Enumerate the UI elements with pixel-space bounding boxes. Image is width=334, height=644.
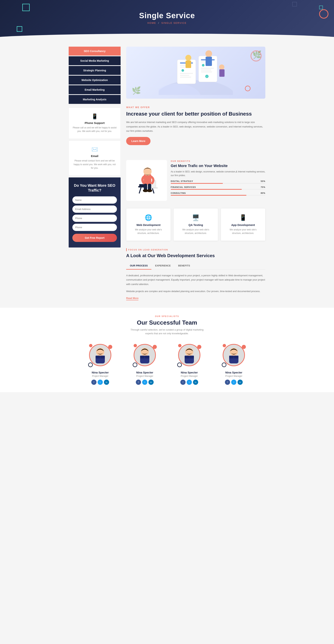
- team-facebook-0[interactable]: f: [91, 380, 97, 385]
- service-name-2: App Development: [225, 223, 261, 226]
- svg-rect-52: [234, 356, 238, 358]
- header-deco-square-1: [22, 4, 30, 11]
- progress-value-2: 80%: [261, 192, 265, 194]
- svg-point-6: [181, 69, 184, 72]
- team-avatar-wrapper-0: [88, 344, 112, 368]
- team-socials-3: f t in: [213, 380, 254, 385]
- team-twitter-3[interactable]: t: [231, 380, 236, 385]
- team-name-0: Nina Specter: [80, 371, 121, 374]
- sidebar: SEO Consultancy Social Media Marketing S…: [69, 47, 121, 300]
- leaf-left-deco: 🌿: [132, 86, 141, 95]
- seo-email-input[interactable]: [72, 206, 117, 213]
- page-header: Single Service HOME / SINGLE SERVICE: [0, 0, 334, 39]
- team-avatar-wrapper-1: [133, 344, 157, 368]
- svg-rect-39: [96, 356, 100, 358]
- sidebar-item-website[interactable]: Website Optimization: [69, 76, 121, 84]
- service-name-0: Web Development: [130, 223, 167, 226]
- breadcrumb: HOME / SINGLE SERVICE: [4, 22, 330, 24]
- svg-rect-51: [229, 356, 234, 358]
- seo-phone2-input[interactable]: [72, 224, 117, 231]
- team-avatar-1: [134, 344, 156, 366]
- team-linkedin-1[interactable]: in: [149, 380, 154, 385]
- sidebar-item-email[interactable]: Email Marketing: [69, 85, 121, 94]
- team-linkedin-0[interactable]: in: [104, 380, 109, 385]
- benefits-content: OUR BENEFITS Get More Trafic on Your Web…: [171, 160, 265, 198]
- sidebar-item-seo[interactable]: SEO Consultancy: [69, 47, 121, 56]
- service-card-app-dev: 📱 App Development We analyze your web si…: [221, 208, 265, 241]
- team-twitter-1[interactable]: t: [142, 380, 147, 385]
- team-deco-circle-3: [222, 362, 226, 367]
- team-label: OUR SPECIALISTS: [4, 315, 330, 317]
- progress-value-1: 75%: [261, 186, 265, 188]
- team-facebook-2[interactable]: f: [180, 380, 185, 385]
- read-more-link[interactable]: Read More: [126, 297, 139, 300]
- header-deco-circle: [319, 9, 329, 18]
- team-twitter-2[interactable]: t: [187, 380, 192, 385]
- svg-point-32: [144, 168, 152, 176]
- focus-title: A Look at Our Web Development Services: [126, 253, 265, 258]
- tab-our-process[interactable]: OUR PROCESS: [126, 262, 152, 269]
- header-deco-square-3: [319, 6, 323, 9]
- focus-bar: [126, 248, 127, 251]
- header-wave: [0, 34, 334, 39]
- sidebar-item-marketing[interactable]: Marketing Analysis: [69, 95, 121, 104]
- team-card-0: Nina Specter Project Manager f t in: [80, 343, 121, 385]
- service-cards: 🌐 Web Development We analyze your web si…: [126, 208, 265, 241]
- sidebar-item-social[interactable]: Social Media Marketing: [69, 56, 121, 65]
- team-linkedin-2[interactable]: in: [193, 380, 198, 385]
- service-name-1: QA Testing: [177, 223, 214, 226]
- circle-deco: [245, 86, 250, 91]
- learn-more-button[interactable]: Learn More: [126, 137, 151, 145]
- sidebar-item-strategic[interactable]: Strategic Planning: [69, 66, 121, 75]
- focus-tabs: OUR PROCESS EXPERIENCE BENEFITS: [126, 262, 265, 270]
- team-facebook-3[interactable]: f: [225, 380, 230, 385]
- get-free-report-button[interactable]: Get Free Report: [72, 234, 117, 242]
- phone-support-card: 📱 Phone Support Please call us and we wi…: [69, 108, 121, 139]
- breadcrumb-home[interactable]: HOME: [147, 22, 156, 24]
- seo-name-input[interactable]: [72, 196, 117, 204]
- team-card-3: Nina Specter Progect Manager f t in: [213, 343, 254, 385]
- web-dev-icon: 🌐: [130, 214, 167, 221]
- phone-icon: 📱: [73, 113, 117, 120]
- main-content: 🌿 🌿: [126, 47, 265, 300]
- hero-svg: ✓: [159, 50, 233, 95]
- team-avatar-0: [89, 344, 111, 366]
- svg-point-19: [205, 50, 212, 57]
- team-avatar-wrapper-3: [222, 344, 246, 368]
- hero-illustration: 🌿 🌿: [126, 47, 265, 99]
- team-role-2: Progect Manager: [169, 375, 210, 377]
- tab-content-2: Website projects are complex and require…: [126, 289, 265, 294]
- service-desc-0: We analyze your web site's structure, ar…: [130, 228, 167, 235]
- svg-rect-18: [201, 72, 212, 72]
- email-support-title: Email: [73, 154, 117, 158]
- focus-label-text: FOCUS ON LEAD GENERATION: [128, 248, 168, 251]
- svg-text:✓: ✓: [206, 76, 208, 78]
- team-role-1: Progect Manager: [124, 375, 165, 377]
- sitting-person-svg: [128, 162, 165, 199]
- avatar-svg-1: [137, 347, 152, 364]
- svg-rect-17: [201, 70, 211, 70]
- seo-phone-input[interactable]: [72, 214, 117, 222]
- tab-experience[interactable]: EXPERIENCE: [152, 262, 174, 269]
- team-facebook-1[interactable]: f: [136, 380, 141, 385]
- service-desc-1: We analyze your web site's structure, ar…: [177, 228, 214, 235]
- email-support-text: Please email contact form and we will be…: [73, 159, 117, 170]
- team-twitter-0[interactable]: t: [98, 380, 103, 385]
- progress-label-2: CONSULTING: [171, 192, 186, 194]
- benefits-section: OUR BENEFITS Get More Trafic on Your Web…: [126, 160, 265, 201]
- benefits-title: Get More Trafic on Your Website: [171, 164, 265, 168]
- svg-point-10: [185, 55, 191, 61]
- svg-rect-7: [180, 73, 193, 74]
- what-we-offer-label: WHAT WE OFFER: [126, 106, 265, 109]
- svg-rect-22: [219, 69, 224, 77]
- svg-point-21: [219, 64, 224, 70]
- svg-rect-8: [180, 75, 189, 76]
- team-linkedin-3[interactable]: in: [237, 380, 243, 385]
- team-name-3: Nina Specter: [213, 371, 254, 374]
- team-deco-circle-1: [133, 362, 137, 367]
- qa-icon: 🖥️: [177, 214, 214, 221]
- hero-right-circle: [250, 50, 262, 62]
- tab-benefits[interactable]: BENEFITS: [174, 262, 194, 269]
- progress-label-1: FINANCIAL SERVICES: [171, 186, 196, 188]
- svg-rect-20: [206, 57, 212, 66]
